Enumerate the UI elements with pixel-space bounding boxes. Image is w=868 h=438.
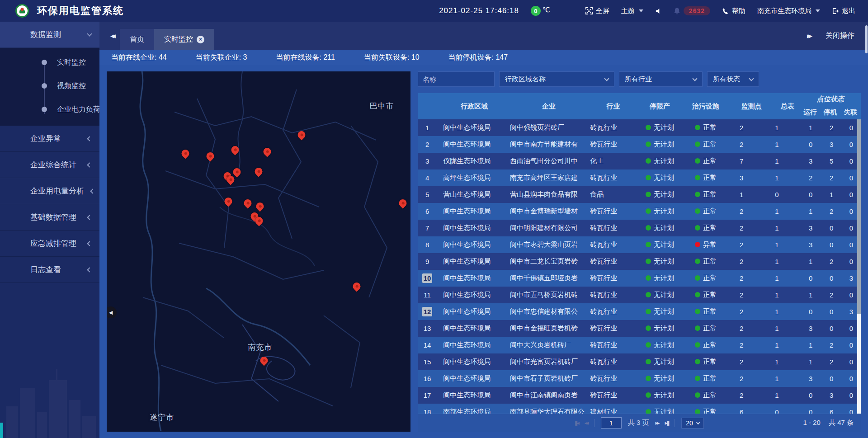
cell-industry: 砖瓦行业 [587, 358, 636, 366]
scrollbar-thumb[interactable] [857, 119, 861, 314]
cell-no: 10 [418, 273, 437, 283]
status-filter-select[interactable]: 所有状态 [707, 71, 759, 87]
table-row[interactable]: 16阆中生态环境局阆中市石子页岩机砖厂砖瓦行业无计划正常21300 [418, 370, 861, 387]
stat-当前停机设备: 当前停机设备: 147 [448, 53, 508, 62]
map-pin-icon[interactable] [296, 130, 307, 141]
page-size-select[interactable]: 20 [681, 418, 704, 429]
table-row[interactable]: 10阆中生态环境局阆中千佛镇五郎垭页岩砖瓦行业无计划正常21003 [418, 270, 861, 287]
cell-industry: 砖瓦行业 [587, 307, 636, 316]
table-row[interactable]: 9阆中生态环境局阆中市二龙长宝页岩砖砖瓦行业无计划正常21120 [418, 253, 861, 270]
table-row[interactable]: 17阆中生态环境局阆中市江南镇阆南页岩砖瓦行业无计划正常21030 [418, 387, 861, 404]
name-filter-input[interactable] [418, 71, 495, 87]
table-row[interactable]: 3仪陇生态环境局西南油气田分公司川中化工无计划正常71350 [418, 153, 861, 170]
table-row[interactable]: 2阆中生态环境局阆中市南方节能建材有砖瓦行业无计划正常21030 [418, 136, 861, 153]
cell-region: 阆中生态环境局 [437, 291, 505, 299]
cell-no: 8 [418, 241, 437, 249]
mute-button[interactable] [655, 8, 662, 14]
cell-points: 6 [728, 408, 763, 414]
sidebar-item-企业电力负荷明细[interactable]: 企业电力负荷明细 [0, 98, 99, 121]
region-filter-select[interactable]: 行政区域名称 [499, 71, 614, 87]
notification-area[interactable]: 2632 [674, 6, 710, 15]
sidebar-item-视频监控[interactable]: 视频监控 [0, 74, 99, 98]
page-number-input[interactable] [601, 417, 622, 429]
page-scrollbar-thumb[interactable] [865, 25, 868, 53]
chevron-left-icon [87, 215, 92, 220]
table-panel: 行政区域名称 所有行业 所有状态 行政区域 企业 行业 [418, 71, 861, 432]
cell-industry: 砖瓦行业 [587, 274, 636, 283]
table-row[interactable]: 5营山生态环境局营山县润丰肉食品有限食品无计划正常10010 [418, 186, 861, 203]
cell-facility: 正常 [684, 157, 728, 165]
sidebar-item-实时监控[interactable]: 实时监控 [0, 51, 99, 74]
table-row[interactable]: 14阆中生态环境局阆中大兴页岩机砖厂砖瓦行业无计划正常21120 [418, 337, 861, 353]
cell-no: 14 [418, 341, 437, 349]
cell-limit: 无计划 [636, 374, 684, 383]
cell-facility: 正常 [684, 140, 728, 149]
close-operations-button[interactable]: 关闭操作 [826, 31, 854, 41]
cell-stop: 2 [821, 358, 842, 366]
map-pin-icon[interactable] [231, 167, 242, 178]
last-page-button[interactable]: ▸▮ [665, 419, 669, 426]
cell-company: 阆中市南方节能建材有 [505, 140, 587, 149]
table-row[interactable]: 13阆中生态环境局阆中市金福旺页岩机砖砖瓦行业无计划正常21300 [418, 320, 861, 337]
help-button[interactable]: 帮助 [722, 7, 745, 15]
cell-facility: 正常 [684, 307, 728, 316]
logout-button[interactable]: 退出 [832, 7, 855, 15]
industry-filter-select[interactable]: 所有行业 [619, 71, 703, 87]
sidebar-group-1[interactable]: 数据监测 [0, 22, 99, 48]
table-scrollbar[interactable] [857, 119, 861, 414]
map-pin-icon[interactable] [223, 196, 234, 207]
map-pin-icon[interactable] [242, 198, 253, 208]
sidebar-group-2[interactable]: 企业异常 [0, 126, 99, 152]
prev-page-button[interactable]: ◂◂ [585, 419, 588, 426]
sidebar-group-7[interactable]: 日志查看 [0, 257, 99, 283]
status-dot-icon [646, 292, 651, 297]
first-page-button[interactable]: ▮◂ [575, 419, 578, 426]
map-pin-icon[interactable] [230, 144, 241, 155]
cell-run: 0 [800, 141, 821, 148]
tab-首页[interactable]: 首页 [120, 29, 154, 50]
map-pin-icon[interactable] [259, 355, 269, 366]
tab-bar: ◂◂ 首页实时监控× ▸▸ 关闭操作 [99, 22, 868, 50]
next-page-button[interactable]: ▸▸ [656, 419, 659, 426]
map-panel[interactable]: 巴中市南充市遂宁市 ◀ [107, 71, 410, 432]
cell-stop: 6 [821, 408, 842, 414]
map-pin-icon[interactable] [255, 201, 265, 212]
sidebar-group-3[interactable]: 企业综合统计 [0, 152, 99, 178]
table-row[interactable]: 4高坪生态环境局南充市高坪区王家店建砖瓦行业无计划正常31220 [418, 170, 861, 186]
table-row[interactable]: 18南部生态环境局南部县骊华大理石有限公建材行业无计划正常60060 [418, 404, 861, 414]
cell-run: 3 [800, 157, 821, 165]
org-dropdown[interactable]: 南充市生态环境局 [757, 7, 820, 15]
tab-close-icon[interactable]: × [197, 36, 204, 43]
table-row[interactable]: 11阆中生态环境局阆中市五马桥页岩机砖砖瓦行业无计划正常21120 [418, 287, 861, 303]
map-pin-icon[interactable] [397, 198, 408, 208]
tabs-scroll-right-icon[interactable]: ▸▸ [807, 31, 810, 41]
sidebar-group-4[interactable]: 企业用电量分析 [0, 178, 99, 204]
sidebar-group-6[interactable]: 应急减排管理 [0, 231, 99, 257]
cell-run: 1 [800, 291, 821, 299]
table-row[interactable]: 7阆中生态环境局阆中明阳建材有限公司砖瓦行业无计划正常21300 [418, 220, 861, 236]
tab-实时监控[interactable]: 实时监控× [154, 29, 214, 50]
table-row[interactable]: 8阆中生态环境局阆中市枣碧大梁山页岩砖瓦行业无计划异常21300 [418, 236, 861, 253]
table-row[interactable]: 1阆中生态环境局阆中强锐页岩砖厂砖瓦行业无计划正常21120 [418, 119, 861, 136]
cell-region: 南部生态环境局 [437, 408, 505, 414]
bullet-dot-icon [42, 60, 47, 65]
cell-company: 阆中市光富页岩机砖厂 [505, 358, 587, 366]
map-pin-icon[interactable] [253, 166, 264, 177]
cell-facility: 异常 [684, 240, 728, 249]
status-dot-icon [695, 342, 700, 348]
map-pin-icon[interactable] [205, 151, 216, 162]
cell-no: 9 [418, 258, 437, 265]
map-pin-icon[interactable] [262, 146, 273, 157]
table-row[interactable]: 15阆中生态环境局阆中市光富页岩机砖厂砖瓦行业无计划正常21120 [418, 353, 861, 370]
tabs-scroll-left-icon[interactable]: ◂◂ [110, 31, 113, 41]
theme-dropdown[interactable]: 主题 [621, 7, 643, 15]
table-row[interactable]: 6阆中生态环境局阆中市金博瑞新型墙材砖瓦行业无计划正常21120 [418, 203, 861, 220]
map-pin-icon[interactable] [351, 281, 362, 292]
table-row[interactable]: 12阆中生态环境局阆中市忠信建材有限公砖瓦行业无计划正常21003 [418, 303, 861, 320]
sidebar-group-5[interactable]: 基础数据管理 [0, 204, 99, 231]
map-pin-icon[interactable] [180, 148, 191, 159]
cell-meters: 1 [763, 274, 800, 282]
cell-points: 2 [728, 375, 763, 382]
fullscreen-button[interactable]: 全屏 [585, 7, 609, 15]
cell-points: 2 [728, 274, 763, 282]
